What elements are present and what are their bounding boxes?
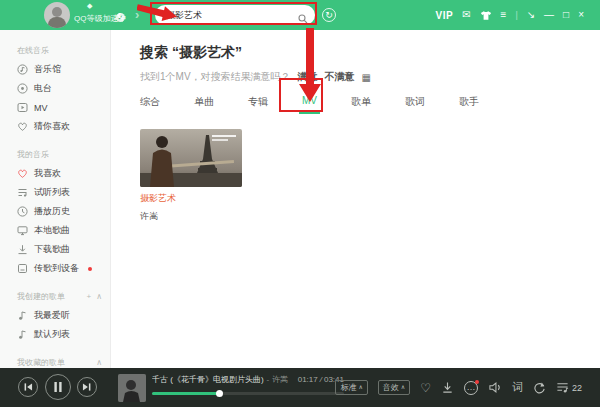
volume-icon[interactable] — [488, 381, 502, 394]
sidebar-item-downloads[interactable]: 下载歌曲 — [17, 240, 110, 259]
tab-songs[interactable]: 单曲 — [194, 95, 214, 114]
tab-lyrics[interactable]: 歌词 — [405, 95, 425, 114]
section-online-music: 在线音乐 — [17, 45, 110, 56]
tab-artists[interactable]: 歌手 — [459, 95, 479, 114]
music-note-icon — [17, 329, 28, 340]
section-my-playlists: 我创建的歌单 + ∧ — [17, 291, 110, 302]
feedback-satisfied-link[interactable]: 满意 — [298, 70, 318, 84]
section-tools: ∧ — [96, 358, 102, 367]
result-info-line: 找到1个MV，对搜索结果满意吗？ 满意 不满意 ▦ — [140, 70, 600, 84]
collapse-icon[interactable]: ∧ — [96, 358, 102, 367]
player-bar: 千古 (《花千骨》电视剧片头曲) - 许嵩 01:17/03:41 标准 ∧ 音… — [0, 368, 600, 407]
avatar[interactable] — [44, 2, 70, 28]
search-icon[interactable] — [298, 10, 308, 20]
sidebar-item-default-playlist[interactable]: 默认列表 — [17, 325, 110, 344]
message-icon[interactable]: ✉ — [462, 9, 470, 21]
sidebar: 在线音乐 音乐馆 电台 MV 猜你喜欢 我的音乐 我喜欢 试听列表 — [0, 30, 111, 368]
play-mode-loop-icon[interactable] — [533, 381, 546, 394]
caret-up-icon: ∧ — [358, 384, 362, 391]
vip-button[interactable]: VIP — [436, 10, 454, 21]
add-playlist-icon[interactable]: + — [86, 292, 91, 301]
track-info: 千古 (《花千骨》电视剧片头曲) - 许嵩 01:17/03:41 — [152, 374, 344, 395]
sidebar-item-favorite-playlist[interactable]: 我最爱听 — [17, 306, 110, 325]
sidebar-item-listen-list[interactable]: 试听列表 — [17, 183, 110, 202]
sidebar-item-guess-you-like[interactable]: 猜你喜欢 — [17, 117, 110, 136]
separator: | — [515, 10, 517, 20]
more-options-icon[interactable]: … — [464, 381, 478, 395]
sidebar-item-label: 试听列表 — [34, 186, 70, 199]
sidebar-item-label: 传歌到设备 — [34, 262, 79, 275]
monitor-icon — [17, 225, 28, 236]
sidebar-item-label: 猜你喜欢 — [34, 120, 70, 133]
current-song-title[interactable]: 千古 (《花千骨》电视剧片头曲) — [152, 374, 264, 385]
search-input[interactable] — [155, 5, 315, 25]
quality-selector[interactable]: 标准 ∧ — [335, 380, 367, 395]
close-button[interactable]: × — [578, 9, 584, 21]
sidebar-item-mv[interactable]: MV — [17, 98, 110, 117]
sidebar-item-label: 我最爱听 — [34, 309, 70, 322]
download-song-icon[interactable] — [441, 381, 454, 394]
mv-icon — [17, 102, 28, 113]
sidebar-item-label: 本地歌曲 — [34, 224, 70, 237]
minimize-button[interactable]: — — [544, 9, 554, 21]
sidebar-item-label: 我喜欢 — [34, 167, 61, 180]
ellipsis: … — [466, 382, 475, 392]
progress-bar[interactable] — [152, 392, 344, 395]
sidebar-item-radio[interactable]: 电台 — [17, 79, 110, 98]
current-song-artist[interactable]: 许嵩 — [272, 374, 288, 385]
feedback-unsatisfied-link[interactable]: 不满意 — [325, 70, 355, 84]
main-menu-icon[interactable]: ≡ — [501, 9, 507, 21]
playlist-count: 22 — [572, 383, 582, 393]
section-label: 我创建的歌单 — [17, 291, 65, 302]
tab-playlists[interactable]: 歌单 — [351, 95, 371, 114]
feedback-emoji-icon[interactable]: ▦ — [362, 72, 371, 83]
like-heart-icon — [17, 168, 28, 179]
pause-button[interactable] — [45, 374, 71, 400]
music-note-icon — [17, 310, 28, 321]
sidebar-item-label: 电台 — [34, 82, 52, 95]
clock-icon — [17, 206, 28, 217]
notification-dot — [475, 380, 479, 384]
playlist-button[interactable]: 22 — [556, 381, 582, 394]
mini-mode-icon[interactable]: ↘ — [527, 9, 535, 21]
tab-overall[interactable]: 综合 — [140, 95, 160, 114]
sidebar-item-my-likes[interactable]: 我喜欢 — [17, 164, 110, 183]
mv-artist[interactable]: 许嵩 — [140, 210, 242, 223]
search-box[interactable] — [155, 5, 315, 25]
tab-mv[interactable]: MV — [302, 95, 317, 114]
mv-thumbnail[interactable] — [140, 129, 242, 187]
sidebar-item-local-songs[interactable]: 本地歌曲 — [17, 221, 110, 240]
window-controls: VIP ✉ ≡ | ↘ — □ × — [436, 0, 584, 30]
device-icon — [17, 263, 28, 274]
lyrics-button[interactable]: 词 — [512, 380, 523, 395]
favorite-heart-icon[interactable]: ♡ — [420, 381, 431, 395]
player-right-controls: 标准 ∧ 音效 ∧ ♡ … 词 22 — [335, 368, 582, 407]
next-button[interactable] — [77, 377, 97, 397]
sound-effect-selector[interactable]: 音效 ∧ — [378, 380, 410, 395]
refresh-icon[interactable]: ↻ — [322, 8, 336, 22]
sidebar-item-transfer-device[interactable]: 传歌到设备 — [17, 259, 110, 278]
previous-button[interactable] — [18, 377, 38, 397]
skin-icon[interactable] — [480, 10, 492, 21]
sidebar-item-label: 播放历史 — [34, 205, 70, 218]
back-button[interactable]: ‹ — [117, 7, 121, 23]
search-results-page: 搜索 “摄影艺术” 找到1个MV，对搜索结果满意吗？ 满意 不满意 ▦ 综合 单… — [112, 30, 600, 368]
progress-thumb[interactable] — [216, 390, 223, 397]
sidebar-item-play-history[interactable]: 播放历史 — [17, 202, 110, 221]
mv-result-card[interactable]: 摄影艺术 许嵩 — [140, 129, 242, 223]
section-label: 我收藏的歌单 — [17, 357, 65, 368]
section-label: 在线音乐 — [17, 45, 49, 56]
maximize-button[interactable]: □ — [563, 9, 569, 21]
search-tabs: 综合 单曲 专辑 MV 歌单 歌词 歌手 — [140, 95, 600, 114]
sidebar-item-music-hall[interactable]: 音乐馆 — [17, 60, 110, 79]
notification-dot — [88, 267, 92, 271]
album-art[interactable] — [118, 374, 146, 402]
progress-fill — [152, 392, 219, 395]
forward-button[interactable]: › — [135, 7, 139, 23]
tab-albums[interactable]: 专辑 — [248, 95, 268, 114]
sidebar-item-label: 音乐馆 — [34, 63, 61, 76]
user-area[interactable]: ◆ QQ等级加速中 ✓ — [44, 2, 74, 28]
mv-title[interactable]: 摄影艺术 — [140, 192, 242, 205]
collapse-icon[interactable]: ∧ — [96, 292, 102, 301]
qq-music-window: ◆ QQ等级加速中 ✓ ‹ › ↻ VIP ✉ ≡ | ↘ — □ × — [0, 0, 600, 407]
